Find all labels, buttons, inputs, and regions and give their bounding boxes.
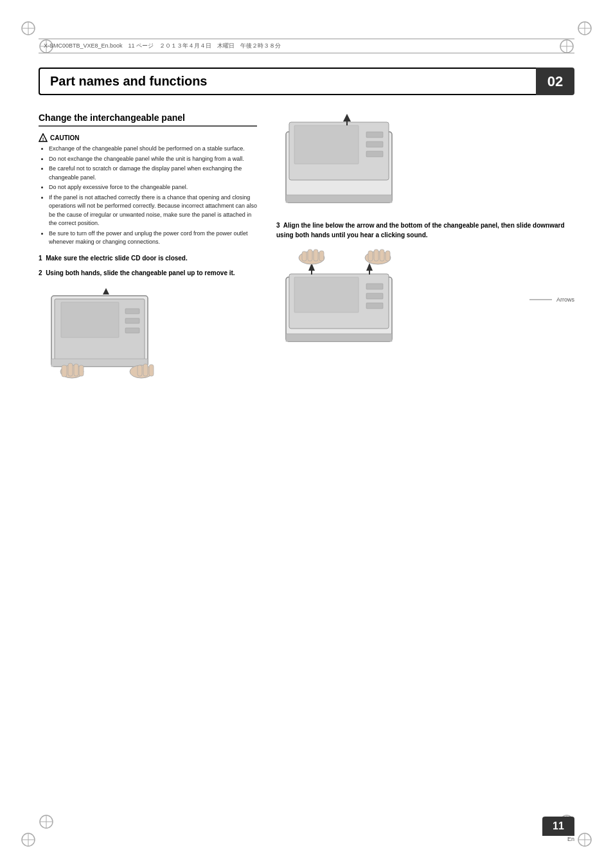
step2-number: 2 (39, 269, 42, 276)
right-column: 3 Align the line below the arrow and the… (276, 113, 574, 390)
svg-rect-58 (286, 334, 392, 341)
step2-illustration (39, 283, 257, 384)
svg-rect-29 (125, 309, 139, 314)
corner-mark-tr (576, 19, 594, 37)
step3-illustration: Arrows (276, 245, 574, 349)
title-band: Part names and functions 02 (39, 68, 574, 95)
svg-rect-46 (366, 132, 383, 138)
svg-rect-66 (314, 249, 318, 261)
svg-rect-54 (294, 277, 359, 312)
arrows-label-line (529, 290, 555, 309)
svg-rect-55 (366, 284, 383, 289)
arrows-label: Arrows (556, 296, 574, 303)
svg-rect-56 (366, 293, 383, 299)
step3-label: 3 Align the line below the arrow and the… (276, 221, 574, 240)
svg-rect-71 (380, 249, 384, 261)
caution-list: Exchange of the changeable panel should … (39, 145, 257, 247)
svg-rect-30 (125, 318, 139, 323)
file-info: X-SMC00BTB_VXE8_En.book 11 ページ ２０１３年４月４日… (44, 42, 281, 50)
page-number-area: 11 En (542, 817, 574, 842)
svg-marker-61 (366, 263, 373, 271)
left-column: Change the interchangeable panel ! CAUTI… (39, 113, 257, 390)
step2-text: Using both hands, slide the changeable p… (46, 269, 235, 276)
caution-item-3: Be careful not to scratch or damage the … (49, 165, 257, 182)
step3-device-svg (276, 245, 418, 348)
svg-rect-31 (125, 328, 139, 333)
step-2: 2 Using both hands, slide the changeable… (39, 268, 257, 278)
section-title: Change the interchangeable panel (39, 113, 257, 127)
corner-mark-tl (19, 19, 37, 37)
caution-item-2: Do not exchange the changeable panel whi… (49, 155, 257, 164)
svg-marker-33 (103, 288, 109, 294)
corner-mark-br (576, 831, 594, 849)
svg-rect-28 (61, 302, 119, 338)
caution-box: ! CAUTION Exchange of the changeable pan… (39, 133, 257, 247)
page-title: Part names and functions (50, 74, 208, 89)
svg-rect-47 (366, 141, 383, 147)
caution-label: CAUTION (50, 134, 80, 141)
svg-rect-45 (294, 125, 359, 164)
main-content: Change the interchangeable panel ! CAUTI… (39, 113, 574, 817)
svg-rect-38 (79, 365, 84, 376)
svg-text:!: ! (42, 136, 44, 142)
svg-rect-35 (62, 365, 67, 377)
svg-rect-69 (368, 251, 373, 261)
caution-item-6: Be sure to turn off the power and unplug… (49, 230, 257, 247)
caution-item-5: If the panel is not attached correctly t… (49, 194, 257, 228)
svg-rect-70 (374, 249, 378, 261)
page-number-badge: 11 (542, 817, 574, 836)
svg-rect-36 (68, 363, 73, 376)
title-band-left: Part names and functions (39, 68, 536, 95)
two-column-layout: Change the interchangeable panel ! CAUTI… (39, 113, 574, 390)
svg-rect-37 (74, 364, 78, 376)
step3-number: 3 (276, 222, 280, 229)
svg-marker-50 (343, 114, 351, 122)
step2-device-svg (39, 283, 173, 383)
header-bar: X-SMC00BTB_VXE8_En.book 11 ページ ２０１３年４月４日… (39, 39, 574, 53)
chapter-badge: 02 (536, 68, 574, 95)
step1-text: Make sure the electric slide CD door is … (46, 255, 188, 262)
svg-rect-57 (366, 303, 383, 309)
caution-icon: ! (39, 133, 48, 142)
svg-rect-65 (308, 249, 312, 261)
svg-rect-64 (302, 251, 306, 261)
svg-rect-42 (149, 365, 154, 376)
caution-item-1: Exchange of the changeable panel should … (49, 145, 257, 154)
svg-rect-49 (286, 195, 392, 203)
svg-rect-72 (386, 251, 390, 261)
top-device-svg (276, 113, 418, 209)
svg-rect-41 (143, 364, 148, 376)
step3-text: Align the line below the arrow and the b… (276, 222, 565, 239)
caution-item-4: Do not apply excessive force to the chan… (49, 183, 257, 192)
step-1: 1 Make sure the electric slide CD door i… (39, 253, 257, 263)
svg-rect-48 (366, 151, 383, 157)
corner-mark-bl (19, 831, 37, 849)
step1-number: 1 (39, 255, 42, 262)
step2-top-illustration (276, 113, 574, 210)
svg-rect-40 (138, 365, 142, 376)
page-lang: En (567, 836, 574, 842)
svg-rect-67 (319, 251, 324, 261)
caution-header: ! CAUTION (39, 133, 257, 142)
